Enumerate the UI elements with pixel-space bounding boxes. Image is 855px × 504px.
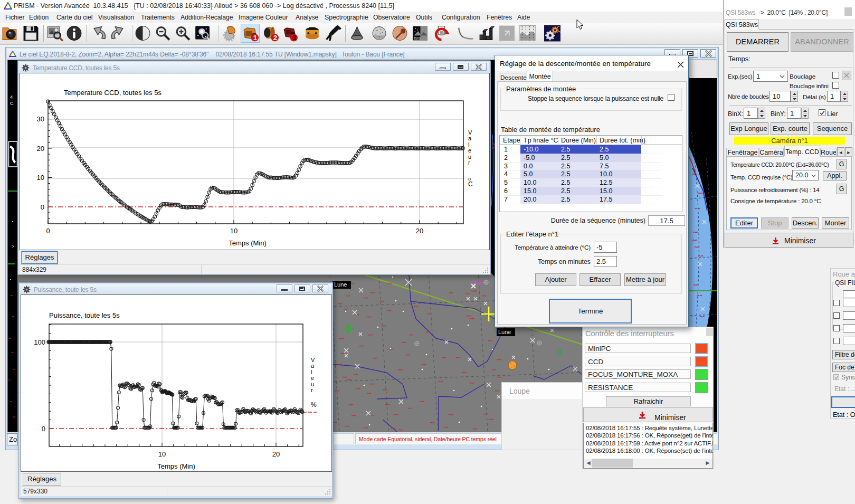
svg-text:20: 20 (37, 145, 44, 153)
svg-text:0: 0 (41, 203, 44, 211)
svg-text:20: 20 (416, 227, 423, 235)
svg-text:1: 1 (253, 34, 258, 42)
svg-text:%: % (311, 401, 317, 408)
svg-text:Lune: Lune (334, 281, 347, 288)
svg-text:e: e (311, 375, 314, 381)
svg-text:C: C (10, 101, 14, 106)
svg-text:Temperature CCD, toutes les 5s: Temperature CCD, toutes les 5s (64, 89, 162, 97)
svg-text:30: 30 (37, 115, 44, 123)
svg-text:Puissance, toute les 5s: Puissance, toute les 5s (49, 311, 120, 319)
svg-text:4: 4 (10, 94, 13, 100)
svg-text:2: 2 (273, 34, 277, 42)
svg-text:ISIS: ISIS (414, 36, 421, 41)
svg-text:C: C (468, 180, 473, 188)
svg-text:r: r (311, 387, 313, 393)
svg-text:>: > (12, 244, 14, 249)
svg-text:3: 3 (292, 34, 296, 42)
svg-text:10: 10 (37, 174, 44, 182)
svg-text:100: 100 (34, 338, 45, 346)
svg-text:Temps (Min): Temps (Min) (229, 239, 267, 247)
svg-text:0: 0 (46, 227, 50, 235)
svg-text:Lune: Lune (498, 329, 511, 335)
svg-text:20: 20 (272, 450, 280, 458)
svg-text:10: 10 (230, 227, 238, 235)
svg-text:0: 0 (42, 425, 45, 433)
svg-text:a: a (311, 363, 315, 369)
svg-text:a: a (468, 135, 472, 141)
svg-text:r: r (468, 159, 470, 166)
svg-text:Temps (Min): Temps (Min) (157, 462, 195, 470)
svg-text:10: 10 (158, 450, 166, 458)
svg-text:e: e (468, 147, 471, 154)
